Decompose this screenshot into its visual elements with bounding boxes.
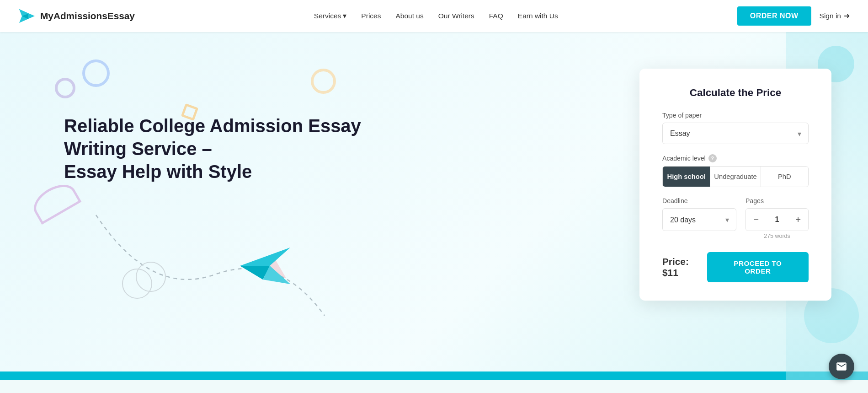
nav-services[interactable]: Services ▾	[314, 12, 347, 20]
nav-writers[interactable]: Our Writers	[438, 12, 474, 20]
envelope-icon	[836, 361, 847, 372]
pages-control: − 1 +	[746, 208, 809, 231]
price-calculator: Calculate the Price Type of paper Essay …	[639, 69, 831, 301]
deadline-select-wrapper: 3 hours 6 hours 12 hours 24 hours 2 days…	[662, 208, 736, 231]
nav-faq[interactable]: FAQ	[489, 12, 503, 20]
deadline-select[interactable]: 3 hours 6 hours 12 hours 24 hours 2 days…	[662, 208, 736, 231]
type-of-paper-field: Type of paper Essay Research Paper Term …	[662, 112, 809, 144]
pages-increment-button[interactable]: +	[788, 209, 808, 231]
pages-label: Pages	[746, 197, 809, 205]
logo-icon	[18, 8, 36, 24]
chat-bubble-button[interactable]	[829, 354, 854, 379]
deco-path	[69, 206, 334, 325]
type-of-paper-select-wrapper: Essay Research Paper Term Paper Thesis D…	[662, 123, 809, 144]
pages-decrement-button[interactable]: −	[746, 209, 766, 231]
calc-title: Calculate the Price	[662, 87, 809, 99]
deadline-label: Deadline	[662, 197, 736, 205]
nav-about[interactable]: About us	[395, 12, 423, 20]
logo-text: MyAdmissionsEssay	[40, 11, 135, 22]
nav-prices[interactable]: Prices	[361, 12, 381, 20]
academic-level-label: Academic level ?	[662, 154, 809, 162]
deadline-field: Deadline 3 hours 6 hours 12 hours 24 hou…	[662, 197, 736, 241]
navbar: MyAdmissionsEssay Services ▾ Prices Abou…	[0, 0, 868, 32]
proceed-to-order-button[interactable]: PROCEED TO ORDER	[707, 252, 809, 282]
pages-words-label: 275 words	[746, 233, 809, 239]
chevron-down-icon: ▾	[343, 12, 346, 20]
academic-level-buttons: High school Undegraduate PhD	[662, 166, 809, 187]
price-row: Price: $11 PROCEED TO ORDER	[662, 252, 809, 282]
nav-cta: ORDER NOW Sign in ➜	[737, 6, 850, 26]
deadline-pages-row: Deadline 3 hours 6 hours 12 hours 24 hou…	[662, 197, 809, 241]
type-of-paper-label: Type of paper	[662, 112, 809, 119]
price-display: Price: $11	[662, 256, 707, 278]
help-icon: ?	[708, 154, 717, 162]
pages-field: Pages − 1 + 275 words	[746, 197, 809, 241]
sign-in-icon: ➜	[844, 12, 850, 20]
nav-earn[interactable]: Earn with Us	[518, 12, 558, 20]
pages-count-display: 1	[766, 215, 788, 224]
academic-level-field: Academic level ? High school Undegraduat…	[662, 154, 809, 187]
hero-section: Reliable College Admission Essay Writing…	[0, 32, 868, 380]
academic-phd-button[interactable]: PhD	[761, 167, 808, 187]
hero-text: Reliable College Admission Essay Writing…	[64, 59, 375, 201]
academic-high-school-button[interactable]: High school	[663, 167, 710, 187]
order-now-button[interactable]: ORDER NOW	[737, 6, 811, 26]
logo-link[interactable]: MyAdmissionsEssay	[18, 8, 135, 24]
paper-plane-decoration	[238, 245, 293, 288]
hero-title: Reliable College Admission Essay Writing…	[64, 114, 375, 183]
svg-point-4	[122, 269, 152, 298]
sign-in-link[interactable]: Sign in ➜	[820, 12, 850, 20]
bottom-teal-strip	[0, 371, 868, 380]
nav-links: Services ▾ Prices About us Our Writers F…	[314, 12, 558, 20]
academic-undergraduate-button[interactable]: Undegraduate	[710, 167, 761, 187]
svg-point-3	[136, 262, 165, 291]
type-of-paper-select[interactable]: Essay Research Paper Term Paper Thesis D…	[662, 123, 809, 144]
